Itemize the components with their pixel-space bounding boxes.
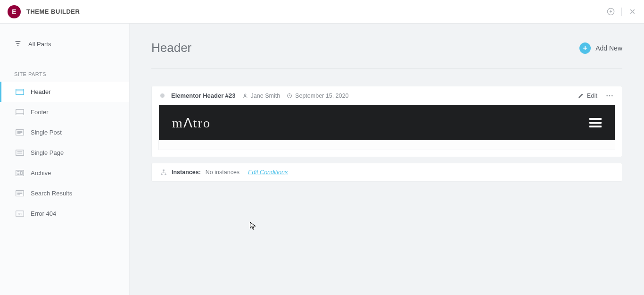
- instances-value: No instances: [206, 169, 239, 176]
- topbar: E THEME BUILDER: [0, 0, 644, 24]
- footer-icon: [16, 109, 24, 116]
- add-new-label: Add New: [595, 44, 622, 52]
- card-actions: Edit: [578, 92, 613, 99]
- sidebar-item-label: Header: [31, 88, 51, 95]
- logo-icon: E: [8, 5, 21, 18]
- archive-icon: [16, 170, 24, 177]
- sidebar-item-single-post[interactable]: Single Post: [0, 122, 129, 143]
- topbar-divider: [621, 8, 622, 16]
- sidebar: All Parts SITE PARTS Header Footer: [0, 24, 130, 295]
- sidebar-item-label: Single Post: [31, 129, 62, 136]
- hamburger-icon: [589, 118, 602, 127]
- svg-point-11: [606, 95, 608, 96]
- main-header: Header + Add New: [151, 41, 622, 69]
- ellipsis-icon: [606, 95, 613, 97]
- preview-header: mɅtro: [159, 105, 615, 140]
- more-options-button[interactable]: [606, 95, 613, 97]
- svg-rect-16: [165, 174, 166, 175]
- logo-letter: E: [12, 8, 16, 16]
- svg-rect-1: [16, 89, 24, 94]
- svg-rect-15: [161, 174, 163, 175]
- sidebar-all-label: All Parts: [28, 41, 51, 48]
- sidebar-item-label: Single Page: [31, 149, 64, 156]
- sidebar-section-title: SITE PARTS: [0, 53, 129, 82]
- preview-logo: mɅtro: [172, 115, 211, 131]
- edit-label: Edit: [587, 92, 597, 99]
- sidebar-item-header[interactable]: Header: [0, 82, 129, 102]
- edit-button[interactable]: Edit: [578, 92, 597, 99]
- plus-icon: +: [579, 42, 591, 54]
- preview-body: [159, 140, 615, 150]
- sidebar-item-archive[interactable]: Archive: [0, 163, 129, 183]
- sidebar-all-parts[interactable]: All Parts: [0, 35, 129, 53]
- error-404-icon: 404: [16, 211, 24, 217]
- svg-rect-4: [16, 150, 24, 155]
- card-header: Elementor Header #23 Jane Smith Septembe…: [152, 86, 622, 105]
- sidebar-item-footer[interactable]: Footer: [0, 102, 129, 122]
- download-icon[interactable]: [607, 8, 615, 16]
- main-content: Header + Add New Elementor Header #23 Ja…: [130, 24, 644, 295]
- card-meta: Elementor Header #23 Jane Smith Septembe…: [160, 92, 348, 99]
- instances-label: Instances:: [172, 169, 201, 176]
- svg-rect-2: [16, 109, 24, 115]
- filter-icon: [14, 40, 22, 49]
- sidebar-item-label: Archive: [31, 169, 51, 177]
- page-title: Header: [151, 41, 191, 55]
- card-author: Jane Smith: [242, 93, 281, 99]
- sidebar-item-label: Search Results: [31, 190, 72, 197]
- close-icon[interactable]: [628, 8, 636, 16]
- edit-conditions-link[interactable]: Edit Conditions: [248, 169, 288, 176]
- sidebar-item-search-results[interactable]: Search Results: [0, 183, 129, 203]
- svg-point-9: [244, 94, 246, 96]
- clock-icon: [287, 93, 292, 99]
- svg-point-13: [611, 95, 613, 96]
- card-date: September 15, 2020: [287, 93, 348, 99]
- template-preview[interactable]: mɅtro: [158, 105, 615, 150]
- single-page-icon: [16, 150, 24, 156]
- sidebar-item-single-page[interactable]: Single Page: [0, 143, 129, 163]
- sidebar-item-error-404[interactable]: 404 Error 404: [0, 203, 129, 224]
- single-post-icon: [16, 129, 24, 136]
- svg-text:404: 404: [18, 213, 22, 215]
- sidebar-item-label: Error 404: [31, 210, 56, 217]
- header-icon: [16, 89, 24, 95]
- date-text: September 15, 2020: [295, 93, 348, 99]
- app-title: THEME BUILDER: [26, 8, 80, 15]
- card-title: Elementor Header #23: [171, 92, 236, 99]
- sitemap-icon: [160, 169, 167, 176]
- status-dot-icon: [160, 93, 165, 98]
- topbar-right: [607, 8, 636, 16]
- template-card: Elementor Header #23 Jane Smith Septembe…: [151, 86, 622, 157]
- add-new-button[interactable]: + Add New: [579, 42, 622, 54]
- svg-rect-14: [163, 169, 165, 171]
- search-results-icon: [16, 190, 24, 197]
- svg-point-12: [609, 95, 611, 96]
- sidebar-item-label: Footer: [31, 109, 49, 116]
- topbar-left: E THEME BUILDER: [8, 5, 80, 18]
- instances-bar: Instances: No instances Edit Conditions: [151, 163, 622, 182]
- author-name: Jane Smith: [251, 93, 281, 99]
- user-icon: [242, 93, 248, 99]
- pencil-icon: [578, 93, 584, 99]
